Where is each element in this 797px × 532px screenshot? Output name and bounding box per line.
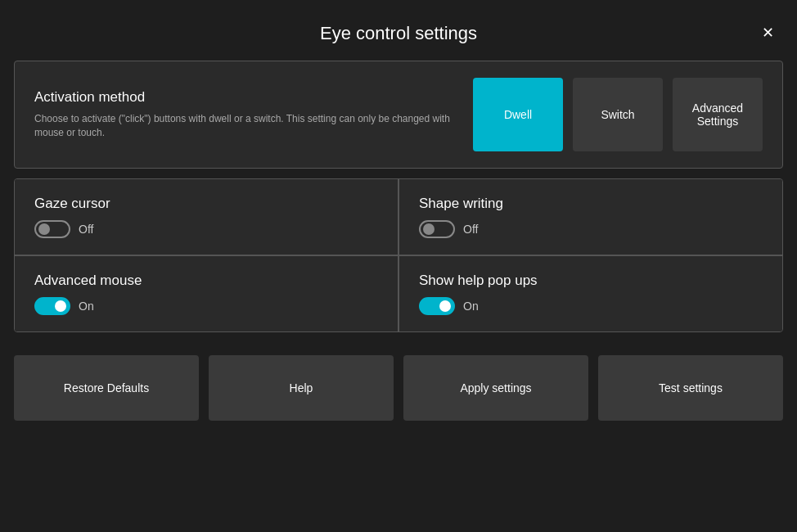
shape-writing-label: Shape writing [419,196,763,212]
gaze-cursor-toggle[interactable] [34,220,70,238]
gaze-cursor-toggle-row: Off [34,220,378,238]
advanced-mouse-cell: Advanced mouse On [15,255,398,331]
apply-settings-button[interactable]: Apply settings [403,355,588,421]
shape-writing-cell: Shape writing Off [398,179,782,255]
activation-description: Choose to activate ("click") buttons wit… [34,112,457,140]
activation-section: Activation method Choose to activate ("c… [14,61,783,169]
activation-button-advanced-settings[interactable]: Advanced Settings [673,78,763,151]
show-help-toggle[interactable] [419,297,455,315]
shape-writing-thumb [423,223,435,235]
show-help-status: On [463,300,479,313]
show-help-cell: Show help pop ups On [398,255,782,331]
help-button[interactable]: Help [209,355,394,421]
advanced-mouse-label: Advanced mouse [34,273,378,289]
advanced-mouse-status: On [79,300,94,313]
advanced-mouse-track [34,297,70,315]
advanced-mouse-toggle-row: On [34,297,378,315]
gaze-cursor-track [34,220,70,238]
activation-title: Activation method [34,89,457,106]
restore-defaults-button[interactable]: Restore Defaults [14,355,199,421]
title-bar: Eye control settings ✕ [0,0,797,61]
show-help-label: Show help pop ups [419,273,763,289]
gaze-cursor-cell: Gaze cursor Off [15,179,398,255]
activation-label: Activation method Choose to activate ("c… [34,89,457,140]
show-help-thumb [439,300,451,312]
shape-writing-toggle-row: Off [419,220,763,238]
close-button[interactable]: ✕ [754,20,781,46]
advanced-mouse-toggle[interactable] [34,297,70,315]
shape-writing-status: Off [463,223,478,236]
shape-writing-track [419,220,455,238]
test-settings-button[interactable]: Test settings [598,355,783,421]
bottom-buttons: Restore Defaults Help Apply settings Tes… [14,355,783,421]
shape-writing-toggle[interactable] [419,220,455,238]
toggles-grid: Gaze cursor Off Shape writing Off [14,178,783,332]
main-content: Activation method Choose to activate ("c… [14,61,783,421]
advanced-mouse-thumb [55,300,66,312]
gaze-cursor-status: Off [79,223,93,236]
show-help-toggle-row: On [419,297,763,315]
activation-button-switch[interactable]: Switch [573,78,663,151]
gaze-cursor-thumb [38,223,50,235]
page-title: Eye control settings [320,23,477,44]
show-help-track [419,297,455,315]
gaze-cursor-label: Gaze cursor [34,196,378,212]
activation-button-dwell[interactable]: Dwell [473,78,563,151]
activation-buttons: Dwell Switch Advanced Settings [473,78,763,151]
